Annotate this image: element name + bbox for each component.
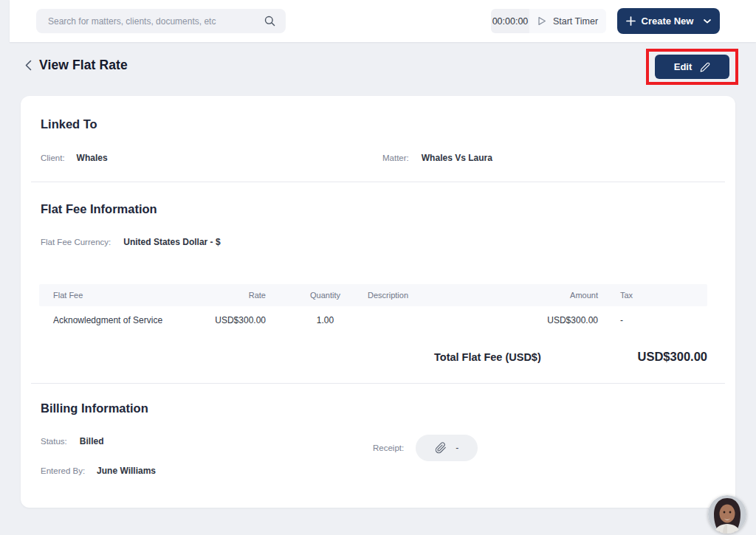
chevron-down-icon <box>704 19 711 24</box>
create-new-button[interactable]: Create New <box>617 8 720 34</box>
paperclip-icon <box>435 442 447 454</box>
status-label: Status: <box>41 437 67 446</box>
page-title: View Flat Rate <box>39 58 128 73</box>
pencil-icon <box>700 62 710 72</box>
matter-field: Matter: Whales Vs Laura <box>382 153 492 163</box>
billing-info-heading: Billing Information <box>41 401 148 415</box>
flat-fee-info-heading: Flat Fee Information <box>41 202 157 216</box>
status-field: Status: Billed <box>41 436 103 446</box>
chevron-left-icon <box>25 60 32 71</box>
client-field: Client: Whales <box>41 153 108 163</box>
play-icon <box>537 16 546 26</box>
receipt-attachment-pill[interactable]: - <box>416 435 478 461</box>
matter-value: Whales Vs Laura <box>422 153 492 163</box>
col-header-tax: Tax <box>598 291 707 300</box>
back-button[interactable] <box>22 59 34 71</box>
col-header-amount: Amount <box>513 291 598 300</box>
flat-fee-table: Flat Fee Rate Quantity Description Amoun… <box>39 284 707 334</box>
avatar[interactable] <box>708 495 746 534</box>
page-head: View Flat Rate Edit <box>0 49 756 86</box>
status-value: Billed <box>80 436 104 446</box>
client-value: Whales <box>77 153 108 163</box>
table-row: Acknowledgment of Service USD$300.00 1.0… <box>39 306 707 334</box>
annotation-highlight-box: Edit <box>646 49 738 85</box>
cell-flat-fee: Acknowledgment of Service <box>39 315 209 325</box>
total-row: Total Flat Fee (USD$) USD$300.00 <box>434 350 707 364</box>
receipt-field: Receipt: - <box>373 435 478 461</box>
search-box[interactable] <box>36 9 286 33</box>
edit-button[interactable]: Edit <box>655 55 729 79</box>
col-header-quantity: Quantity <box>283 291 368 300</box>
receipt-label: Receipt: <box>373 443 404 452</box>
section-divider <box>31 383 725 384</box>
cell-amount: USD$300.00 <box>513 315 598 325</box>
col-header-flat-fee: Flat Fee <box>39 291 209 300</box>
receipt-value: - <box>456 443 458 453</box>
cell-rate: USD$300.00 <box>209 315 283 325</box>
entered-by-label: Entered By: <box>41 466 85 475</box>
cell-quantity: 1.00 <box>283 315 368 325</box>
cell-tax: - <box>598 315 707 325</box>
entered-by-field: Entered By: June Williams <box>41 466 156 476</box>
plus-icon <box>626 16 636 26</box>
section-divider <box>31 182 725 182</box>
flat-rate-card: Linked To Client: Whales Matter: Whales … <box>21 96 735 508</box>
start-timer-button[interactable]: Start Timer <box>529 9 606 33</box>
entered-by-value: June Williams <box>97 466 156 476</box>
search-icon[interactable] <box>264 15 275 27</box>
timer-display: 00:00:00 <box>491 9 529 33</box>
currency-label: Flat Fee Currency: <box>41 238 111 246</box>
matter-label: Matter: <box>382 153 409 162</box>
col-header-rate: Rate <box>209 291 283 300</box>
screen: 00:00:00 Start Timer Create New View Fla… <box>0 0 756 535</box>
linked-to-heading: Linked To <box>41 117 97 131</box>
edit-button-label: Edit <box>674 61 693 72</box>
total-value: USD$300.00 <box>638 350 707 364</box>
start-timer-label: Start Timer <box>553 16 598 27</box>
total-label: Total Flat Fee (USD$) <box>434 351 541 363</box>
currency-field: Flat Fee Currency: United States Dollar … <box>41 237 221 247</box>
top-bar: 00:00:00 Start Timer Create New <box>10 0 756 42</box>
create-new-label: Create New <box>642 15 694 27</box>
table-header-row: Flat Fee Rate Quantity Description Amoun… <box>39 284 707 306</box>
col-header-description: Description <box>368 291 513 300</box>
client-label: Client: <box>41 153 65 162</box>
search-input[interactable] <box>48 16 258 27</box>
currency-value: United States Dollar - $ <box>123 237 220 247</box>
